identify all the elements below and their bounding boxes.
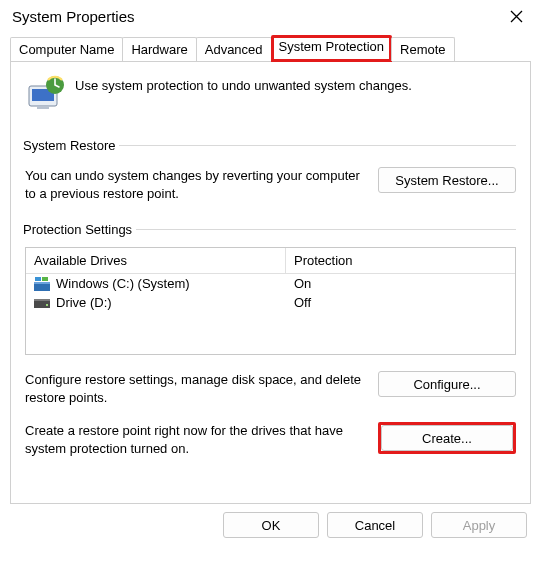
drive-status: On bbox=[294, 276, 507, 291]
table-row[interactable]: Drive (D:) Off bbox=[26, 293, 515, 312]
intro-text: Use system protection to undo unwanted s… bbox=[75, 74, 412, 93]
col-protection[interactable]: Protection bbox=[286, 248, 515, 273]
apply-button[interactable]: Apply bbox=[431, 512, 527, 538]
system-restore-group: System Restore You can undo system chang… bbox=[25, 138, 516, 202]
svg-rect-6 bbox=[35, 277, 41, 281]
drives-table: Available Drives Protection Windows bbox=[25, 247, 516, 355]
create-button[interactable]: Create... bbox=[381, 425, 513, 451]
system-restore-legend: System Restore bbox=[23, 138, 119, 153]
system-restore-text: You can undo system changes by reverting… bbox=[25, 167, 362, 202]
drive-icon bbox=[34, 296, 50, 310]
drive-status: Off bbox=[294, 295, 507, 310]
tab-strip: Computer Name Hardware Advanced System P… bbox=[10, 35, 531, 61]
tab-hardware[interactable]: Hardware bbox=[122, 37, 196, 61]
intro-row: Use system protection to undo unwanted s… bbox=[25, 74, 516, 114]
close-icon[interactable] bbox=[504, 8, 529, 27]
tab-system-protection[interactable]: System Protection bbox=[271, 35, 393, 62]
table-row[interactable]: Windows (C:) (System) On bbox=[26, 274, 515, 293]
configure-button[interactable]: Configure... bbox=[378, 371, 516, 397]
create-text: Create a restore point right now for the… bbox=[25, 422, 362, 457]
drives-header: Available Drives Protection bbox=[26, 248, 515, 274]
svg-rect-2 bbox=[37, 106, 49, 109]
drive-name: Drive (D:) bbox=[56, 295, 112, 310]
col-available-drives[interactable]: Available Drives bbox=[26, 248, 286, 273]
cancel-button[interactable]: Cancel bbox=[327, 512, 423, 538]
window-title: System Properties bbox=[12, 8, 135, 25]
protection-settings-legend: Protection Settings bbox=[23, 222, 136, 237]
svg-rect-5 bbox=[34, 282, 50, 284]
dialog-footer: OK Cancel Apply bbox=[0, 512, 541, 538]
ok-button[interactable]: OK bbox=[223, 512, 319, 538]
svg-rect-10 bbox=[46, 304, 48, 306]
tab-advanced[interactable]: Advanced bbox=[196, 37, 272, 61]
create-highlight: Create... bbox=[378, 422, 516, 454]
configure-text: Configure restore settings, manage disk … bbox=[25, 371, 362, 406]
windows-drive-icon bbox=[34, 277, 50, 291]
tab-panel: Use system protection to undo unwanted s… bbox=[10, 61, 531, 504]
svg-rect-7 bbox=[42, 277, 48, 281]
drive-name: Windows (C:) (System) bbox=[56, 276, 190, 291]
system-protection-icon bbox=[25, 74, 65, 114]
system-restore-button[interactable]: System Restore... bbox=[378, 167, 516, 193]
protection-settings-group: Protection Settings Available Drives Pro… bbox=[25, 222, 516, 457]
titlebar: System Properties bbox=[0, 0, 541, 29]
drives-body: Windows (C:) (System) On Drive (D:) bbox=[26, 274, 515, 354]
tab-computer-name[interactable]: Computer Name bbox=[10, 37, 123, 61]
svg-rect-9 bbox=[34, 299, 50, 301]
system-properties-dialog: System Properties Computer Name Hardware… bbox=[0, 0, 541, 564]
tab-remote[interactable]: Remote bbox=[391, 37, 455, 61]
